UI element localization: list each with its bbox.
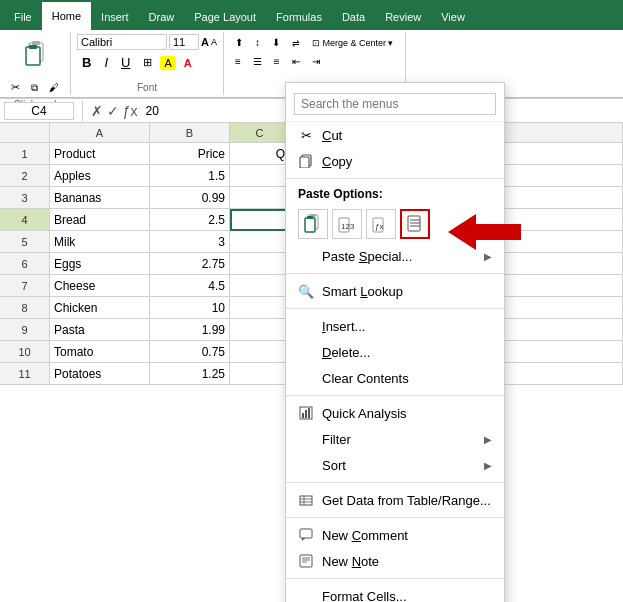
increase-indent-button[interactable]: ⇥ xyxy=(307,53,325,70)
svg-rect-5 xyxy=(300,157,309,168)
align-left-button[interactable]: ≡ xyxy=(230,53,246,70)
merge-center-button[interactable]: ⊡ Merge & Center ▾ xyxy=(307,34,399,51)
menu-item-insert[interactable]: Insert... xyxy=(286,313,504,339)
cut-button[interactable]: ✂ xyxy=(6,78,25,97)
col-header-a[interactable]: A xyxy=(50,123,150,143)
row-number: 1 xyxy=(0,143,50,165)
underline-button[interactable]: U xyxy=(116,52,135,73)
row-number: 5 xyxy=(0,231,50,253)
paste-special-arrow: ▶ xyxy=(484,251,492,262)
cell-a[interactable]: Apples xyxy=(50,165,150,187)
font-grow-btn[interactable]: A xyxy=(201,36,209,48)
tab-file[interactable]: File xyxy=(4,4,42,30)
cell-c[interactable]: Q xyxy=(230,143,290,165)
decrease-indent-button[interactable]: ⇤ xyxy=(287,53,305,70)
align-bottom-button[interactable]: ⬇ xyxy=(267,34,285,51)
fill-color-button[interactable]: A xyxy=(160,56,175,70)
align-top-button[interactable]: ⬆ xyxy=(230,34,248,51)
align-middle-button[interactable]: ↕ xyxy=(250,34,265,51)
cell-c[interactable] xyxy=(230,275,290,297)
svg-rect-8 xyxy=(305,218,315,232)
col-header-b[interactable]: B xyxy=(150,123,230,143)
menu-item-new-note[interactable]: New Note xyxy=(286,548,504,574)
paste-btn-3[interactable]: ƒx xyxy=(366,209,396,239)
menu-item-quick-analysis[interactable]: Quick Analysis xyxy=(286,400,504,426)
cell-b[interactable]: 0.75 xyxy=(150,341,230,363)
font-name-input[interactable] xyxy=(77,34,167,50)
cell-a[interactable]: Eggs xyxy=(50,253,150,275)
tab-review[interactable]: Review xyxy=(375,4,431,30)
tab-formulas[interactable]: Formulas xyxy=(266,4,332,30)
cell-a[interactable]: Pasta xyxy=(50,319,150,341)
cell-c[interactable] xyxy=(230,363,290,385)
name-box[interactable] xyxy=(4,102,74,120)
svg-rect-2 xyxy=(26,47,40,65)
cell-b[interactable]: 1.99 xyxy=(150,319,230,341)
menu-item-copy[interactable]: Copy xyxy=(286,148,504,174)
font-shrink-btn[interactable]: A xyxy=(211,37,217,47)
cell-a[interactable]: Milk xyxy=(50,231,150,253)
cell-a[interactable]: Cheese xyxy=(50,275,150,297)
menu-item-filter[interactable]: Filter ▶ xyxy=(286,426,504,452)
cell-b[interactable]: 2.75 xyxy=(150,253,230,275)
cell-a[interactable]: Tomato xyxy=(50,341,150,363)
tab-draw[interactable]: Draw xyxy=(139,4,185,30)
cut-icon: ✂ xyxy=(298,127,314,143)
copy-button[interactable]: ⧉ xyxy=(26,78,43,97)
cell-b[interactable]: 1.25 xyxy=(150,363,230,385)
paste-btn-1[interactable] xyxy=(298,209,328,239)
border-button[interactable]: ⊞ xyxy=(138,53,157,72)
menu-item-clear-contents[interactable]: Clear Contents xyxy=(286,365,504,391)
col-header-c[interactable]: C xyxy=(230,123,290,143)
menu-search-input[interactable] xyxy=(294,93,496,115)
cell-b[interactable]: 1.5 xyxy=(150,165,230,187)
cell-a[interactable]: Potatoes xyxy=(50,363,150,385)
cell-b[interactable]: 4.5 xyxy=(150,275,230,297)
cell-c[interactable] xyxy=(230,187,290,209)
svg-rect-1 xyxy=(32,41,40,45)
cell-a[interactable]: Bread xyxy=(50,209,150,231)
tab-data[interactable]: Data xyxy=(332,4,375,30)
menu-item-cut[interactable]: ✂ Cut xyxy=(286,122,504,148)
align-right-button[interactable]: ≡ xyxy=(269,53,285,70)
cell-b[interactable]: Price xyxy=(150,143,230,165)
sort-arrow: ▶ xyxy=(484,460,492,471)
wrap-text-button[interactable]: ⇌ xyxy=(287,34,305,51)
menu-item-get-data[interactable]: Get Data from Table/Range... xyxy=(286,487,504,513)
tab-home[interactable]: Home xyxy=(42,2,91,30)
menu-item-delete[interactable]: Delete... xyxy=(286,339,504,365)
cell-b[interactable]: 0.99 xyxy=(150,187,230,209)
italic-button[interactable]: I xyxy=(99,52,113,73)
cell-c[interactable] xyxy=(230,231,290,253)
paste-button[interactable] xyxy=(17,34,53,76)
cell-c[interactable] xyxy=(230,209,290,231)
tab-insert[interactable]: Insert xyxy=(91,4,139,30)
menu-item-new-comment[interactable]: New Comment xyxy=(286,522,504,548)
cell-a[interactable]: Product xyxy=(50,143,150,165)
get-data-icon xyxy=(298,492,314,508)
bold-button[interactable]: B xyxy=(77,52,96,73)
menu-item-smart-lookup[interactable]: 🔍 Smart Lookup xyxy=(286,278,504,304)
tab-view[interactable]: View xyxy=(431,4,475,30)
arrow-stem xyxy=(476,224,521,240)
cell-a[interactable]: Chicken xyxy=(50,297,150,319)
cell-c[interactable] xyxy=(230,297,290,319)
cell-b[interactable]: 10 xyxy=(150,297,230,319)
menu-item-format-cells[interactable]: Format Cells... xyxy=(286,583,504,602)
paste-btn-2[interactable]: 123 xyxy=(332,209,362,239)
cell-a[interactable]: Bananas xyxy=(50,187,150,209)
paste-icon-svg xyxy=(23,41,47,69)
cell-c[interactable] xyxy=(230,319,290,341)
menu-item-sort[interactable]: Sort ▶ xyxy=(286,452,504,478)
align-center-button[interactable]: ☰ xyxy=(248,53,267,70)
format-painter-button[interactable]: 🖌 xyxy=(44,78,64,97)
tab-page-layout[interactable]: Page Layout xyxy=(184,4,266,30)
cell-b[interactable]: 3 xyxy=(150,231,230,253)
font-size-input[interactable] xyxy=(169,34,199,50)
font-color-button[interactable]: A xyxy=(179,54,197,72)
cell-c[interactable] xyxy=(230,341,290,363)
paste-btn-4[interactable] xyxy=(400,209,430,239)
cell-c[interactable] xyxy=(230,253,290,275)
cell-b[interactable]: 2.5 xyxy=(150,209,230,231)
cell-c[interactable] xyxy=(230,165,290,187)
